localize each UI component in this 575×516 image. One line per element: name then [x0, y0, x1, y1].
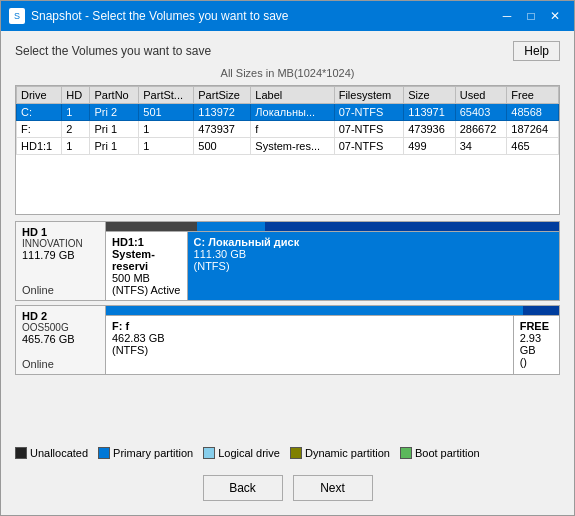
bar-segment — [265, 222, 559, 231]
disk-model: OOS500G — [22, 322, 99, 333]
table-cell: 465 — [507, 138, 559, 155]
table-cell: F: — [17, 121, 62, 138]
top-bar: Select the Volumes you want to save Help — [15, 41, 560, 61]
table-cell: C: — [17, 104, 62, 121]
volumes-table-container: DriveHDPartNoPartSt...PartSizeLabelFiles… — [15, 85, 560, 215]
table-header-size: Size — [404, 87, 456, 104]
partition-bar — [106, 222, 559, 232]
title-bar: S Snapshot - Select the Volumes you want… — [1, 1, 574, 31]
partition-name: F: f — [112, 320, 507, 332]
partition-cell[interactable]: FREE 2.93 GB () — [514, 316, 559, 374]
partition-cell[interactable]: HD1:1 System-reservi 500 MB (NTFS) Activ… — [106, 232, 188, 300]
bar-segment — [106, 222, 197, 231]
partition-name: C: Локальный диск — [194, 236, 553, 248]
table-cell: 07-NTFS — [334, 104, 403, 121]
table-header-partno: PartNo — [90, 87, 139, 104]
main-window: S Snapshot - Select the Volumes you want… — [0, 0, 575, 516]
table-header-partsize: PartSize — [194, 87, 251, 104]
table-cell: System-res... — [251, 138, 334, 155]
table-cell: Локальны... — [251, 104, 334, 121]
table-row[interactable]: C:1Pri 2501113972Локальны...07-NTFS11397… — [17, 104, 559, 121]
table-cell: 07-NTFS — [334, 138, 403, 155]
table-header-hd: HD — [62, 87, 90, 104]
table-cell: Pri 1 — [90, 138, 139, 155]
disk-row: HD 1 INNOVATION 111.79 GB Online HD1:1 S… — [15, 221, 560, 301]
legend-label: Unallocated — [30, 447, 88, 459]
table-cell: 65403 — [455, 104, 507, 121]
minimize-button[interactable]: ─ — [496, 7, 518, 25]
partition-fs: () — [520, 356, 553, 368]
legend-color-box — [98, 447, 110, 459]
help-button[interactable]: Help — [513, 41, 560, 61]
table-cell: Pri 1 — [90, 121, 139, 138]
legend-color-box — [203, 447, 215, 459]
table-cell: 34 — [455, 138, 507, 155]
table-cell: 501 — [139, 104, 194, 121]
disk-status: Online — [22, 358, 99, 370]
table-cell: 1 — [139, 138, 194, 155]
content-area: Select the Volumes you want to save Help… — [1, 31, 574, 515]
table-cell: f — [251, 121, 334, 138]
legend: UnallocatedPrimary partitionLogical driv… — [15, 443, 560, 463]
partition-fs: (NTFS) Active — [112, 284, 181, 296]
table-cell: 473937 — [194, 121, 251, 138]
table-cell: 500 — [194, 138, 251, 155]
table-cell: 1 — [62, 104, 90, 121]
disk-partitions: HD1:1 System-reservi 500 MB (NTFS) Activ… — [106, 222, 559, 300]
legend-color-box — [15, 447, 27, 459]
partition-bar — [106, 306, 559, 316]
table-header-label: Label — [251, 87, 334, 104]
back-button[interactable]: Back — [203, 475, 283, 501]
legend-item: Primary partition — [98, 447, 193, 459]
partitions-cells: F: f 462.83 GB (NTFS) FREE 2.93 GB () — [106, 316, 559, 374]
legend-label: Logical drive — [218, 447, 280, 459]
buttons-area: Back Next — [15, 469, 560, 505]
table-cell: 473936 — [404, 121, 456, 138]
partitions-cells: HD1:1 System-reservi 500 MB (NTFS) Activ… — [106, 232, 559, 300]
partition-fs: (NTFS) — [112, 344, 507, 356]
table-cell: 1 — [139, 121, 194, 138]
disk-info: HD 2 OOS500G 465.76 GB Online — [16, 306, 106, 374]
table-cell: 48568 — [507, 104, 559, 121]
legend-label: Dynamic partition — [305, 447, 390, 459]
table-cell: 07-NTFS — [334, 121, 403, 138]
legend-item: Unallocated — [15, 447, 88, 459]
partition-name: FREE — [520, 320, 553, 332]
maximize-button[interactable]: □ — [520, 7, 542, 25]
table-cell: 113972 — [194, 104, 251, 121]
disk-model: INNOVATION — [22, 238, 99, 249]
disk-status: Online — [22, 284, 99, 296]
disk-name: HD 1 — [22, 226, 99, 238]
disk-size: 465.76 GB — [22, 333, 99, 345]
table-cell: 113971 — [404, 104, 456, 121]
table-cell: Pri 2 — [90, 104, 139, 121]
legend-item: Dynamic partition — [290, 447, 390, 459]
title-bar-left: S Snapshot - Select the Volumes you want… — [9, 8, 288, 24]
table-header-partst: PartSt... — [139, 87, 194, 104]
legend-color-box — [400, 447, 412, 459]
legend-item: Boot partition — [400, 447, 480, 459]
disk-row: HD 2 OOS500G 465.76 GB Online F: f 462.8… — [15, 305, 560, 375]
partition-size: 2.93 GB — [520, 332, 553, 356]
table-cell: 187264 — [507, 121, 559, 138]
disk-visual-area: HD 1 INNOVATION 111.79 GB Online HD1:1 S… — [15, 221, 560, 437]
partition-size: 500 MB — [112, 272, 181, 284]
table-cell: 1 — [62, 138, 90, 155]
table-row[interactable]: F:2Pri 11473937f07-NTFS47393628667218726… — [17, 121, 559, 138]
title-controls: ─ □ ✕ — [496, 7, 566, 25]
table-header-filesystem: Filesystem — [334, 87, 403, 104]
table-row[interactable]: HD1:11Pri 11500System-res...07-NTFS49934… — [17, 138, 559, 155]
next-button[interactable]: Next — [293, 475, 373, 501]
bar-segment — [106, 306, 523, 315]
table-cell: 286672 — [455, 121, 507, 138]
partition-fs: (NTFS) — [194, 260, 553, 272]
partition-name: HD1:1 System-reservi — [112, 236, 181, 272]
table-cell: 2 — [62, 121, 90, 138]
partition-cell[interactable]: C: Локальный диск 111.30 GB (NTFS) — [188, 232, 559, 300]
window-title: Snapshot - Select the Volumes you want t… — [31, 9, 288, 23]
table-header-used: Used — [455, 87, 507, 104]
partition-cell[interactable]: F: f 462.83 GB (NTFS) — [106, 316, 514, 374]
bar-segment — [523, 306, 559, 315]
close-button[interactable]: ✕ — [544, 7, 566, 25]
table-cell: 499 — [404, 138, 456, 155]
